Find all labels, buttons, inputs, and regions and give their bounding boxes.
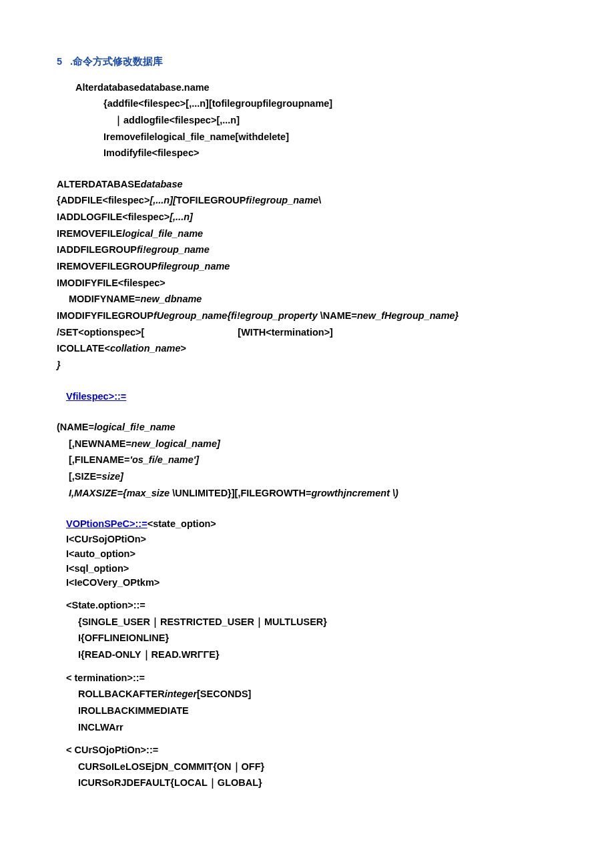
alter-database-line: ALTERDATABASEdatabase (57, 176, 557, 193)
addfile-line: {ADDFILE<filespec>[,...n][TOFILEGROUPfi!… (57, 192, 557, 209)
state-readonly: I{READ-ONLY｜READ.WRΓΓE} (78, 646, 557, 663)
filespec-size: [,SIZE=size] (69, 468, 557, 485)
line-modifyfile: Imodifyfile<filespec> (103, 145, 557, 161)
cursor-default: ICURSoRJDEFAULT{LOCAL｜GLOBAL} (78, 775, 557, 791)
cursor-close: CURSoILeLOSEjDN_COMMIT{ON｜OFF} (78, 759, 557, 775)
set-option-line: /SET<optionspec>[[WITH<termination>] (57, 324, 557, 341)
removefile-line: IREMOVEFILElogical_file_name (57, 226, 557, 242)
modifyname-line: MODIFYNAME=new_dbname (69, 291, 557, 308)
term-rollbackimm: IROLLBACKIMMEDIATE (78, 703, 557, 719)
section-heading: 5.命令方式修改数据库 (57, 53, 557, 70)
state-offline: I{OFFLINEIONLINE} (78, 630, 557, 646)
term-nclwarr: INCLWArr (78, 719, 557, 736)
filespec-header: Vfilespec>::= (66, 388, 557, 405)
state-singleuser: {SINGLE_USER｜RESTRICTED_USER｜MULTLUSER} (78, 614, 557, 630)
opt-recovery: I<IeCOVery_OPtkm> (66, 576, 557, 590)
termination-header: < termination>::= (66, 670, 557, 687)
opt-sql: I<sql_option> (66, 562, 557, 576)
opt-cursor: I<CUrSojOPtiOn> (66, 532, 557, 547)
removefilegroup-line: IREMOVEFILEGROUPfilegroup_name (57, 258, 557, 275)
addlogfile-line: IADDLOGFILE<filespec>[,...n] (57, 209, 557, 226)
filespec-newname: [,NEWNAME=new_logical_name] (69, 436, 557, 452)
line-alterdatabase: Alterdatabasedatabase.name (75, 79, 557, 96)
filespec-name: (NAME=logical_fi!e_name (57, 419, 557, 436)
filespec-maxsize: I,MAXSIZE={max_size \UNLIMITED}][,FILEGR… (69, 485, 557, 502)
pipe-icon: ｜ (113, 115, 123, 125)
line-addfile: {addfile<filespec>[,...n][tofilegroupfil… (103, 95, 557, 112)
optionspec-link[interactable]: VOPtionSPeC>::= (66, 518, 147, 529)
heading-number: 5 (57, 56, 62, 67)
addfilegroup-line: IADDFILEGROUPfi!egroup_name (57, 242, 557, 258)
filespec-filename: [,FILENAME='os_fi/e_name'] (69, 452, 557, 468)
state-option-header: <State.option>::= (66, 597, 557, 614)
term-rollbackafter: ROLLBACKAFTERinteger[SECONDS] (78, 686, 557, 703)
modifyfile-line: IMODIFYFILE<filespec> (57, 275, 557, 292)
line-removefile: Iremovefilelogical_file_name[withdelete] (103, 129, 557, 145)
filespec-link[interactable]: Vfilespec>::= (66, 391, 126, 402)
close-brace: } (57, 357, 557, 374)
heading-title: .命令方式修改数据库 (70, 56, 163, 67)
optionspec-header: VOPtionSPeC>::=<state_option> (66, 516, 557, 532)
collate-line: ICOLLATE<collation_name> (57, 340, 557, 357)
cursor-option-header: < CUrSOjoPtiOn>::= (66, 742, 557, 759)
modifyfilegroup-line: IMODIFYFILEGROUPfUegroup_name{fi!egroup_… (57, 308, 557, 324)
opt-auto: I<auto_option> (66, 547, 557, 562)
line-addlogfile: ｜addlogfile<filespec>[,...n] (113, 112, 557, 129)
